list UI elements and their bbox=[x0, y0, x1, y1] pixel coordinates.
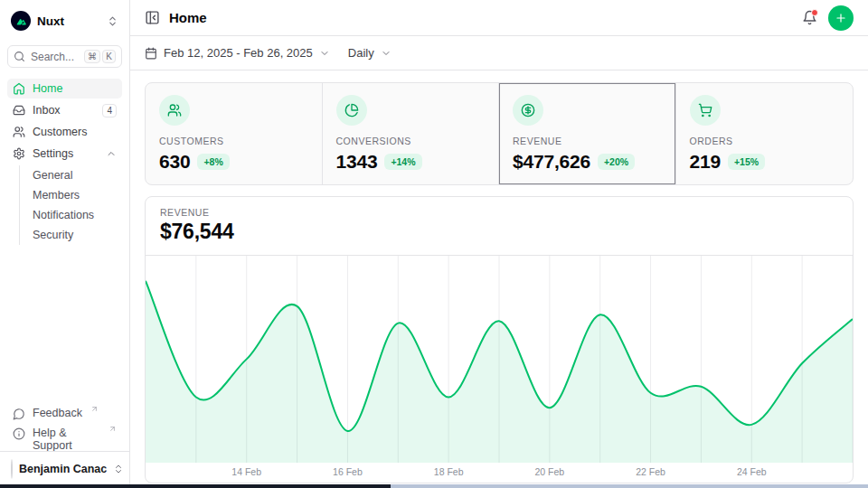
foot-item-label: Help & Support bbox=[33, 427, 100, 452]
sidebar-item-label: Home bbox=[33, 82, 62, 95]
axis-tick-label: 16 Feb bbox=[333, 466, 363, 477]
sidebar-subitem-notifications[interactable]: Notifications bbox=[20, 205, 122, 225]
sidebar-item-customers[interactable]: Customers bbox=[7, 122, 122, 142]
circle-dollar-icon bbox=[513, 95, 543, 126]
notifications-button[interactable] bbox=[802, 10, 817, 25]
stat-value: $477,626 bbox=[513, 151, 590, 173]
chart-x-axis: 14 Feb16 Feb18 Feb20 Feb22 Feb24 Feb bbox=[146, 463, 853, 483]
foot-item-label: Feedback bbox=[33, 407, 82, 419]
user-name: Benjamin Canac bbox=[19, 463, 107, 475]
notification-dot bbox=[811, 9, 818, 16]
search-placeholder: Search... bbox=[31, 51, 74, 63]
sidebar-item-inbox[interactable]: Inbox 4 bbox=[7, 100, 122, 120]
period-select[interactable]: Daily bbox=[348, 46, 392, 60]
stat-value: 219 bbox=[690, 151, 721, 173]
stat-value: 630 bbox=[159, 151, 190, 173]
sidebar-subitem-general[interactable]: General bbox=[20, 165, 122, 185]
stat-change-badge: +8% bbox=[197, 154, 229, 170]
stat-label: CONVERSIONS bbox=[336, 136, 486, 146]
stat-change-badge: +15% bbox=[728, 154, 765, 170]
pie-chart-icon bbox=[336, 95, 367, 126]
users-icon bbox=[159, 95, 190, 126]
stat-change-badge: +14% bbox=[384, 154, 421, 170]
plus-icon bbox=[835, 12, 847, 24]
sidebar-item-label: Customers bbox=[33, 126, 87, 138]
sidebar-subitem-members[interactable]: Members bbox=[20, 185, 122, 205]
avatar bbox=[11, 459, 13, 479]
add-button[interactable] bbox=[828, 5, 854, 31]
settings-subnav: General Members Notifications Security bbox=[19, 165, 122, 245]
sidebar-item-help-support[interactable]: Help & Support bbox=[7, 425, 122, 445]
kbd-k: K bbox=[102, 50, 116, 63]
collapse-sidebar-button[interactable] bbox=[145, 10, 160, 25]
axis-tick-label: 18 Feb bbox=[434, 466, 464, 477]
shopping-cart-icon bbox=[690, 95, 721, 126]
page-header: Home bbox=[130, 0, 868, 36]
chart-header: REVENUE $76,544 bbox=[146, 197, 853, 256]
search-icon bbox=[14, 51, 25, 62]
sidebar: Nuxt Search... ⌘ K Home bbox=[0, 0, 130, 488]
stat-label: ORDERS bbox=[690, 136, 840, 146]
stat-card-conversions[interactable]: CONVERSIONS 1343 +14% bbox=[323, 83, 500, 184]
chevrons-up-down-icon bbox=[113, 464, 124, 474]
page-title: Home bbox=[169, 10, 207, 25]
external-link-icon bbox=[90, 405, 99, 413]
external-link-icon bbox=[108, 425, 117, 433]
stat-card-orders[interactable]: ORDERS 219 +15% bbox=[676, 83, 854, 184]
chart-total-value: $76,544 bbox=[160, 220, 838, 244]
workspace-name: Nuxt bbox=[37, 14, 64, 28]
revenue-chart-card: REVENUE $76,544 14 Feb16 Feb18 Feb20 Feb… bbox=[145, 196, 854, 483]
sidebar-nav: Home Inbox 4 Customers Settings bbox=[7, 79, 122, 245]
axis-tick-label: 20 Feb bbox=[534, 466, 564, 477]
page-content: CUSTOMERS 630 +8% CONVERSIONS 1343 +14% bbox=[130, 70, 868, 488]
chevron-down-icon bbox=[381, 48, 392, 59]
period-value: Daily bbox=[348, 46, 374, 60]
date-range-value: Feb 12, 2025 - Feb 26, 2025 bbox=[164, 46, 313, 60]
stats-row: CUSTOMERS 630 +8% CONVERSIONS 1343 +14% bbox=[145, 82, 854, 185]
sidebar-item-settings[interactable]: Settings bbox=[7, 144, 122, 164]
axis-tick-label: 24 Feb bbox=[737, 466, 767, 477]
chart-canvas bbox=[146, 256, 853, 463]
workspace-switcher[interactable]: Nuxt bbox=[7, 7, 122, 34]
sidebar-item-home[interactable]: Home bbox=[7, 79, 122, 99]
users-icon bbox=[13, 126, 25, 138]
gear-icon bbox=[13, 147, 25, 160]
stat-card-revenue[interactable]: REVENUE $477,626 +20% bbox=[499, 83, 676, 184]
kbd-cmd: ⌘ bbox=[84, 50, 100, 63]
info-icon bbox=[13, 427, 25, 440]
search-input[interactable]: Search... ⌘ K bbox=[7, 45, 122, 68]
sidebar-subitem-security[interactable]: Security bbox=[20, 225, 122, 245]
stat-change-badge: +20% bbox=[598, 154, 635, 170]
date-range-picker[interactable]: Feb 12, 2025 - Feb 26, 2025 bbox=[145, 46, 330, 60]
home-icon bbox=[13, 82, 25, 95]
sidebar-item-feedback[interactable]: Feedback bbox=[7, 405, 122, 425]
stat-card-customers[interactable]: CUSTOMERS 630 +8% bbox=[146, 83, 323, 184]
revenue-area-chart[interactable] bbox=[146, 256, 853, 463]
main-area: Home Feb 12, 2 bbox=[130, 0, 868, 488]
axis-tick-label: 22 Feb bbox=[636, 466, 665, 477]
panel-left-close-icon bbox=[145, 10, 160, 25]
header-actions bbox=[802, 5, 854, 31]
message-icon bbox=[13, 408, 25, 420]
stat-value: 1343 bbox=[336, 151, 378, 173]
inbox-count-badge: 4 bbox=[102, 104, 117, 117]
filters-toolbar: Feb 12, 2025 - Feb 26, 2025 Daily bbox=[130, 36, 868, 70]
search-shortcut: ⌘ K bbox=[84, 50, 116, 63]
sidebar-item-label: Settings bbox=[33, 147, 73, 160]
stat-label: CUSTOMERS bbox=[159, 136, 308, 146]
calendar-icon bbox=[145, 47, 157, 60]
user-menu[interactable]: Benjamin Canac bbox=[7, 452, 122, 481]
chevrons-up-down-icon bbox=[107, 15, 118, 27]
inbox-icon bbox=[13, 104, 25, 117]
desktop-edge-strip bbox=[0, 484, 868, 488]
stat-label: REVENUE bbox=[513, 136, 662, 146]
chart-title: REVENUE bbox=[160, 207, 838, 218]
sidebar-item-label: Inbox bbox=[33, 104, 61, 117]
chevron-down-icon bbox=[319, 48, 330, 59]
sidebar-spacer bbox=[7, 245, 122, 405]
axis-tick-label: 14 Feb bbox=[231, 466, 261, 477]
app-window: Nuxt Search... ⌘ K Home bbox=[0, 0, 868, 488]
chevron-up-icon bbox=[106, 148, 117, 159]
nuxt-logo-icon bbox=[11, 11, 31, 31]
